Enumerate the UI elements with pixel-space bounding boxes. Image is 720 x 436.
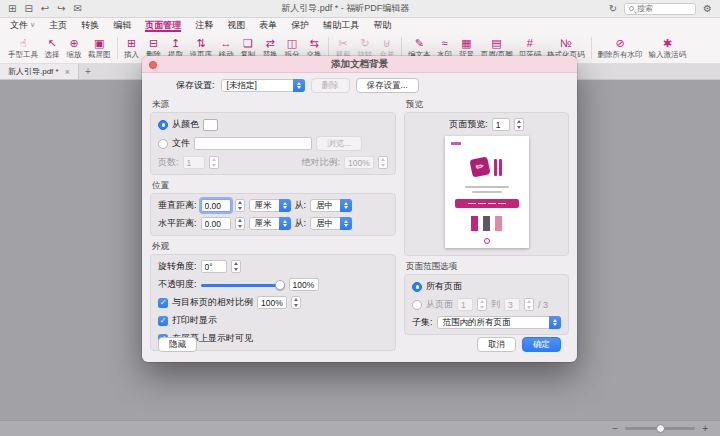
menu-tab-home[interactable]: 主页: [49, 18, 67, 32]
save-settings-value: [未指定]: [227, 80, 257, 92]
zoom-slider[interactable]: [625, 427, 695, 430]
zoom-out-icon[interactable]: −: [612, 423, 618, 434]
to-page-stepper[interactable]: [524, 298, 534, 311]
vertical-distance-input[interactable]: [201, 199, 231, 212]
pages-scale-row: 页数: 绝对比例:: [158, 156, 388, 169]
save-setting-button[interactable]: 保存设置...: [356, 78, 419, 93]
page-preview-input[interactable]: [492, 118, 510, 131]
gear-icon[interactable]: ⚙: [703, 3, 712, 14]
horizontal-unit-value: 厘米: [255, 218, 272, 230]
file-path-input[interactable]: [194, 137, 312, 150]
horizontal-distance-stepper[interactable]: [235, 217, 245, 230]
menu-tab-file[interactable]: 文件 ∨: [10, 18, 35, 32]
opacity-slider[interactable]: [201, 279, 285, 291]
show-when-print-checkbox[interactable]: ✓: [158, 316, 168, 326]
ribbon-tool-zoom[interactable]: ⊕缩放: [63, 37, 85, 59]
menu-tab-form[interactable]: 表单: [259, 18, 277, 32]
horizontal-distance-input[interactable]: [201, 217, 231, 230]
cancel-button[interactable]: 取消: [477, 337, 516, 352]
zoom-in-icon[interactable]: +: [702, 423, 708, 434]
search-input[interactable]: [637, 4, 691, 13]
print-icon[interactable]: ⊟: [24, 4, 32, 14]
email-icon[interactable]: ✉: [74, 4, 82, 14]
document-tab[interactable]: 新人引导.pdf * ×: [0, 64, 79, 79]
save-settings-dropdown[interactable]: [未指定]: [221, 79, 305, 92]
search-box[interactable]: [624, 3, 696, 15]
menu-label: 页面管理: [145, 19, 181, 32]
menu-tab-page-management[interactable]: 页面管理: [145, 18, 181, 32]
dialog-close-button[interactable]: [149, 61, 157, 69]
browse-button[interactable]: 浏览...: [316, 136, 362, 151]
menu-tab-view[interactable]: 视图: [227, 18, 245, 32]
opacity-row: 不透明度:: [158, 278, 388, 291]
ribbon-tool-remove-all-watermarks[interactable]: ⊘删除所有水印: [595, 37, 646, 59]
save-icon[interactable]: ⊞: [8, 4, 16, 14]
opacity-value-input[interactable]: [289, 278, 319, 291]
zoom-slider-knob[interactable]: [656, 424, 665, 433]
tool-label: 截屏图: [88, 50, 111, 59]
menu-tab-comment[interactable]: 注释: [195, 18, 213, 32]
source-group: 来源 从颜色 文件 浏览...: [150, 97, 396, 175]
ribbon-tool-enter-activation-code[interactable]: ✱输入激活码: [646, 37, 690, 59]
menu-tab-accessibility[interactable]: 辅助工具: [323, 18, 359, 32]
delete-setting-button[interactable]: 删除: [311, 78, 350, 93]
ribbon-tool-hand[interactable]: ☝手型工具: [5, 37, 41, 59]
relative-scale-row: ✓ 与目标页的相对比例: [158, 296, 388, 309]
undo-icon[interactable]: ↩: [41, 4, 49, 14]
rotation-input[interactable]: [201, 260, 227, 273]
vertical-title-bars: [494, 159, 502, 176]
relative-scale-stepper[interactable]: [291, 296, 301, 309]
ribbon-tool-select[interactable]: ↖选择: [41, 37, 63, 59]
menu-tab-protect[interactable]: 保护: [291, 18, 309, 32]
window-title: 新人引导.pdf * - 福昕PDF编辑器: [88, 2, 603, 15]
absolute-scale-stepper[interactable]: [378, 156, 388, 169]
ribbon-tool-insert-page[interactable]: ⊞插入: [121, 37, 143, 59]
page-span-radio[interactable]: [412, 300, 422, 310]
dialog-columns: 来源 从颜色 文件 浏览...: [150, 97, 569, 330]
menu-label: 保护: [291, 19, 309, 32]
menu-tab-help[interactable]: 帮助: [373, 18, 391, 32]
insert-page-icon: ⊞: [127, 37, 136, 50]
vertical-unit-dropdown[interactable]: 厘米: [249, 199, 291, 212]
bates-icon: #: [527, 37, 533, 50]
subset-row: 子集: 范围内的所有页面: [412, 316, 561, 329]
vertical-distance-stepper[interactable]: [235, 199, 245, 212]
redo-icon[interactable]: ↪: [57, 4, 65, 14]
edit-text-icon: ✎: [415, 37, 424, 50]
relative-scale-checkbox[interactable]: ✓: [158, 298, 168, 308]
to-page-input[interactable]: [504, 298, 520, 311]
sync-icon[interactable]: ↻: [609, 3, 617, 14]
position-box: 垂直距离: 厘米 从: 居中: [150, 193, 396, 236]
all-pages-radio[interactable]: [412, 282, 422, 292]
menu-tab-edit[interactable]: 编辑: [113, 18, 131, 32]
horizontal-unit-dropdown[interactable]: 厘米: [249, 217, 291, 230]
rotation-stepper[interactable]: [231, 260, 241, 273]
to-page-label: 到: [491, 298, 500, 311]
tool-label: 缩放: [67, 50, 82, 59]
from-file-radio[interactable]: [158, 139, 168, 149]
from-page-stepper[interactable]: [477, 298, 487, 311]
color-swatch[interactable]: [203, 119, 218, 131]
vertical-anchor-dropdown[interactable]: 居中: [310, 199, 352, 212]
from-color-radio[interactable]: [158, 120, 168, 130]
search-icon: [629, 6, 634, 11]
hide-button[interactable]: 隐藏: [158, 337, 197, 352]
new-tab-button[interactable]: +: [79, 64, 97, 79]
chevron-down-icon: ∨: [30, 21, 35, 29]
menu-label: 转换: [81, 19, 99, 32]
ok-button[interactable]: 确定: [522, 337, 561, 352]
pages-input[interactable]: [183, 156, 205, 169]
close-icon[interactable]: ×: [65, 67, 70, 77]
menu-tab-convert[interactable]: 转换: [81, 18, 99, 32]
horizontal-anchor-dropdown[interactable]: 居中: [310, 217, 352, 230]
from-page-input[interactable]: [457, 298, 473, 311]
page-preview-stepper[interactable]: [514, 118, 524, 131]
slider-knob[interactable]: [275, 280, 285, 290]
menu-label: 辅助工具: [323, 19, 359, 32]
relative-scale-input[interactable]: [257, 296, 287, 309]
pages-stepper[interactable]: [209, 156, 219, 169]
subset-dropdown[interactable]: 范围内的所有页面: [437, 316, 561, 329]
absolute-scale-input[interactable]: [344, 156, 374, 169]
hand-icon: ☝: [20, 37, 27, 50]
ribbon-tool-snapshot[interactable]: ▣截屏图: [85, 37, 114, 59]
